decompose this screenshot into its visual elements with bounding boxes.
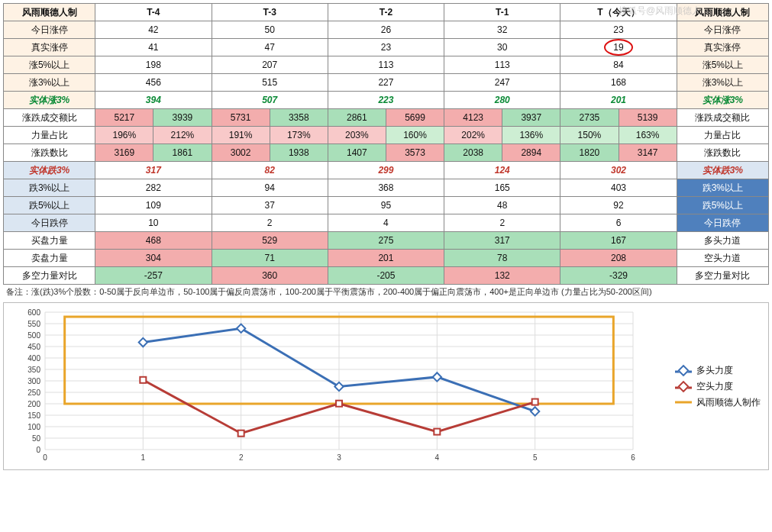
svg-rect-44 [433,372,441,381]
svg-text:0: 0 [43,453,47,462]
cell: 19 [560,39,677,56]
row-label-right: 涨3%以上 [677,74,768,92]
cell: 280 [444,92,560,109]
cell: 84 [560,56,677,74]
cell: 2861 [328,109,386,127]
cell: 1938 [270,144,328,162]
cell: 282 [95,179,212,197]
svg-text:0: 0 [36,446,40,454]
cell: 212% [153,127,212,144]
cell: 191% [212,127,270,144]
chart-container: 0501001502002503003504004505005506000123… [3,302,769,470]
row-label-right: 多空力量对比 [677,267,768,285]
svg-rect-50 [532,399,538,405]
svg-rect-47 [238,430,244,437]
row-label-right: 真实涨停 [677,39,768,56]
cell: 201 [328,250,444,267]
svg-text:500: 500 [27,331,40,340]
svg-text:550: 550 [27,320,40,328]
svg-text:6: 6 [631,453,635,462]
row-label: 真实涨停 [4,39,95,56]
cell: 23 [560,21,677,39]
row-label-right: 空头力道 [677,250,768,267]
line-chart: 0501001502002503003504004505005506000123… [7,306,641,466]
cell: 2 [212,214,328,232]
cell: 23 [328,39,444,56]
svg-rect-49 [434,429,440,435]
cell: 403 [560,179,677,197]
row-label-right: 涨跌数比 [677,144,768,162]
cell: 82 [212,162,328,179]
cell: 168 [560,74,677,92]
cell: 160% [386,127,444,144]
cell: 3169 [95,144,153,162]
row-label: 涨跌成交额比 [4,109,95,127]
row-label: 今日跌停 [4,214,95,232]
cell: 4 [328,214,444,232]
svg-text:2: 2 [239,453,244,462]
row-label-right: 实体跌3% [677,162,768,179]
cell: -205 [328,267,444,285]
cell: 198 [95,56,212,74]
row-label-right: 今日涨停 [677,21,768,39]
cell: 3147 [619,144,677,162]
cell: 196% [95,127,153,144]
row-label: 今日涨停 [4,21,95,39]
hdr-t2: T-2 [328,4,444,21]
cell: 6 [560,214,677,232]
row-label-right: 跌3%以上 [677,179,768,197]
chart-legend: 多头力度 空头力度 风雨顺德人制作 [675,361,761,412]
cell: 92 [560,197,677,214]
row-label: 力量占比 [4,127,95,144]
cell: -329 [560,267,677,285]
data-table: 风雨顺德人制 T-4 T-3 T-2 T-1 T（今天） 风雨顺德人制 今日涨停… [3,3,769,285]
cell: 5217 [95,109,153,127]
cell: 37 [212,197,328,214]
legend-a: 多头力度 [696,364,733,377]
svg-text:50: 50 [32,434,41,443]
cell: 41 [95,39,212,56]
cell: 203% [328,127,386,144]
cell: 3573 [386,144,444,162]
row-label: 卖盘力量 [4,250,95,267]
cell: 456 [95,74,212,92]
cell: 132 [444,267,560,285]
cell: 247 [444,74,560,92]
cell: 1861 [153,144,212,162]
footnote: 备注：涨(跌)3%个股数：0-50属于反向单边市，50-100属于偏反向震荡市，… [3,285,769,299]
cell: 136% [502,127,560,144]
svg-text:600: 600 [27,308,40,317]
hdr-t4: T-4 [95,4,212,21]
row-label: 跌5%以上 [4,197,95,214]
legend-b: 空头力度 [696,380,733,393]
cell: 94 [212,179,328,197]
hdr-t0: T（今天） [560,4,677,21]
hdr-right: 风雨顺德人制 [677,4,768,21]
cell: 299 [328,162,444,179]
cell: 3002 [212,144,270,162]
cell: 202% [444,127,502,144]
row-label: 涨跌数比 [4,144,95,162]
cell: 4123 [444,109,502,127]
cell: 167 [560,232,677,250]
svg-text:450: 450 [27,343,40,351]
svg-text:200: 200 [27,400,40,408]
cell: 507 [212,92,328,109]
row-label-right: 涨5%以上 [677,56,768,74]
cell: 529 [212,232,328,250]
cell: 201 [560,92,677,109]
cell: 47 [212,39,328,56]
cell: 150% [560,127,619,144]
hdr-t3: T-3 [212,4,328,21]
svg-text:5: 5 [533,453,538,462]
cell: 124 [444,162,560,179]
cell: 48 [444,197,560,214]
cell: 113 [328,56,444,74]
cell: 275 [328,232,444,250]
row-label: 多空力量对比 [4,267,95,285]
cell: 360 [212,267,328,285]
svg-rect-45 [531,407,539,415]
svg-rect-46 [140,377,146,383]
cell: 1407 [328,144,386,162]
cell: 10 [95,214,212,232]
